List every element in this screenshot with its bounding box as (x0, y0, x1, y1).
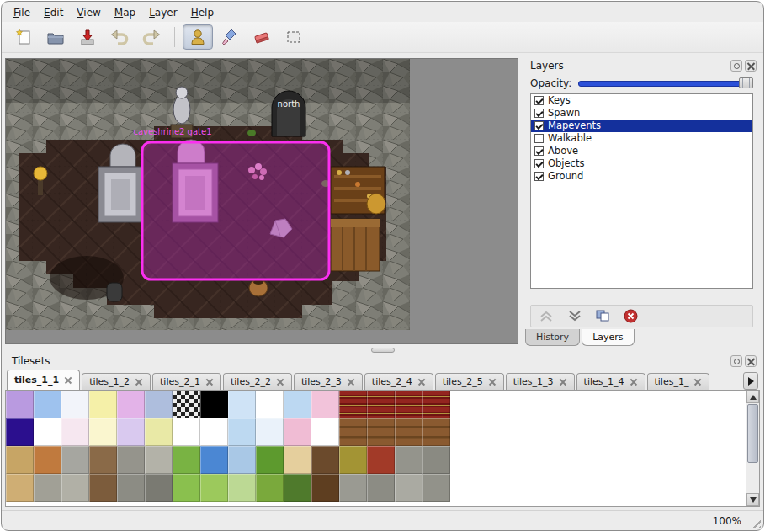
layer-row-spawn[interactable]: Spawn (531, 107, 752, 120)
scroll-down-button[interactable] (746, 493, 759, 506)
palette-tile[interactable] (200, 474, 228, 502)
layer-row-objects[interactable]: Objects (531, 157, 752, 170)
palette-tile[interactable] (284, 446, 311, 474)
tileset-tab-tiles_1_3[interactable]: tiles_1_3 (506, 373, 575, 390)
menu-file[interactable]: File (7, 5, 37, 20)
dock-tab-history[interactable]: History (525, 329, 580, 346)
palette-tile[interactable] (311, 446, 339, 474)
palette-tile[interactable] (284, 418, 311, 446)
palette-tile[interactable] (367, 391, 395, 418)
lower-layer-button[interactable] (566, 309, 583, 323)
duplicate-layer-button[interactable] (595, 309, 611, 323)
palette-tile[interactable] (311, 418, 339, 446)
dock-tab-layers[interactable]: Layers (582, 329, 634, 346)
palette-tile[interactable] (284, 474, 311, 502)
palette-tile[interactable] (367, 418, 395, 446)
palette-tile[interactable] (6, 418, 34, 446)
palette-tile[interactable] (117, 418, 145, 446)
palette-tile[interactable] (117, 446, 145, 474)
palette-tile[interactable] (422, 418, 450, 446)
tileset-tab-tiles_2_1[interactable]: tiles_2_1 (152, 373, 221, 390)
palette-tile[interactable] (367, 446, 395, 474)
palette-tile[interactable] (367, 474, 395, 502)
tilesets-close-button[interactable] (745, 355, 757, 367)
palette-tile[interactable] (6, 391, 34, 418)
palette-tile[interactable] (34, 446, 61, 474)
tileset-tab-close-icon[interactable] (693, 378, 702, 386)
tileset-tab-close-icon[interactable] (276, 378, 284, 386)
tileset-tab-tiles_1_[interactable]: tiles_1_ (647, 373, 710, 390)
eraser-tool-button[interactable] (247, 24, 277, 50)
tileset-tab-close-icon[interactable] (64, 376, 72, 385)
layer-row-walkable[interactable]: Walkable (531, 132, 752, 145)
palette-tile[interactable] (61, 474, 89, 502)
tileset-tab-close-icon[interactable] (205, 378, 214, 386)
palette-tile[interactable] (89, 391, 117, 418)
palette-tile[interactable] (395, 391, 422, 418)
tileset-tab-tiles_2_3[interactable]: tiles_2_3 (294, 373, 363, 390)
tilesets-float-button[interactable] (730, 355, 742, 367)
palette-tile[interactable] (61, 446, 89, 474)
palette-tile[interactable] (173, 418, 200, 446)
layer-visibility-checkbox[interactable] (534, 121, 544, 130)
palette-tile[interactable] (339, 418, 367, 446)
palette-tile[interactable] (145, 474, 173, 502)
map-canvas[interactable]: north caveshrine2 gate1 (5, 58, 518, 344)
palette-tile[interactable] (89, 474, 117, 502)
tileset-tabs-scroll-right-button[interactable] (743, 372, 758, 390)
palette-tile[interactable] (256, 446, 284, 474)
tileset-tab-close-icon[interactable] (135, 378, 143, 386)
opacity-slider[interactable] (578, 77, 753, 89)
tileset-tab-tiles_2_5[interactable]: tiles_2_5 (435, 373, 504, 390)
tileset-tab-close-icon[interactable] (347, 378, 355, 386)
palette-tile[interactable] (145, 418, 173, 446)
palette-tile[interactable] (117, 391, 145, 418)
layer-row-above[interactable]: Above (531, 145, 752, 157)
layer-visibility-checkbox[interactable] (534, 134, 544, 143)
layer-visibility-checkbox[interactable] (534, 172, 544, 181)
palette-tile[interactable] (256, 391, 284, 418)
splitter-grip-icon[interactable] (371, 348, 395, 353)
stamp-tool-button[interactable] (183, 24, 213, 50)
palette-tile[interactable] (395, 418, 422, 446)
palette-tile[interactable] (34, 418, 61, 446)
open-button[interactable] (40, 24, 71, 50)
palette-tile[interactable] (422, 474, 450, 502)
undo-button[interactable] (104, 24, 135, 50)
palette-tile[interactable] (34, 474, 61, 502)
palette-tile[interactable] (61, 418, 89, 446)
palette-tile[interactable] (311, 391, 339, 418)
new-file-button[interactable] (8, 24, 39, 50)
palette-tile[interactable] (117, 474, 145, 502)
palette-tile[interactable] (34, 391, 61, 418)
delete-layer-button[interactable] (623, 308, 639, 324)
layer-row-mapevents[interactable]: Mapevents (531, 120, 752, 132)
menu-layer[interactable]: Layer (142, 5, 183, 20)
menu-help[interactable]: Help (184, 5, 220, 20)
palette-tile[interactable] (339, 391, 367, 418)
layer-row-keys[interactable]: Keys (531, 94, 752, 107)
palette-tile[interactable] (200, 446, 228, 474)
palette-tile[interactable] (173, 391, 200, 418)
resize-grip[interactable] (750, 517, 761, 528)
palette-tile[interactable] (228, 474, 256, 502)
palette-tile[interactable] (339, 474, 367, 502)
scroll-up-button[interactable] (746, 391, 759, 403)
layer-visibility-checkbox[interactable] (534, 109, 544, 118)
layer-row-ground[interactable]: Ground (531, 170, 752, 183)
save-button[interactable] (72, 24, 103, 50)
scrollbar-thumb[interactable] (747, 404, 758, 463)
tileset-tab-close-icon[interactable] (417, 378, 426, 386)
select-tool-button[interactable] (279, 24, 309, 50)
tileset-tab-tiles_2_2[interactable]: tiles_2_2 (223, 373, 292, 390)
menu-map[interactable]: Map (108, 5, 142, 20)
palette-tile[interactable] (200, 418, 228, 446)
tileset-tab-tiles_1_1[interactable]: tiles_1_1 (7, 370, 80, 390)
palette-tile[interactable] (173, 474, 200, 502)
layer-list[interactable]: KeysSpawnMapeventsWalkableAboveObjectsGr… (530, 93, 753, 289)
menu-edit[interactable]: Edit (37, 5, 70, 20)
tileset-tab-close-icon[interactable] (488, 378, 497, 386)
palette-tile[interactable] (89, 418, 117, 446)
dock-splitter[interactable] (2, 346, 763, 354)
layers-float-button[interactable] (730, 60, 742, 72)
